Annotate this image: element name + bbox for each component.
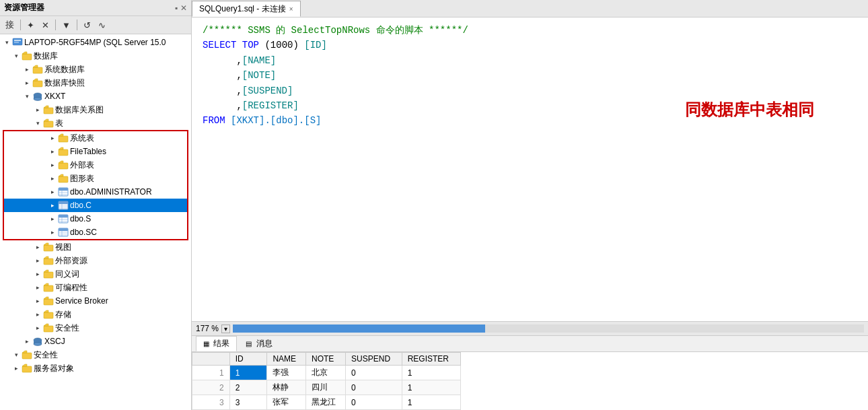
dbo-sc-node[interactable]: ▸ dbo.SC [4, 226, 187, 239]
expand-xkxt-security[interactable]: ▸ [32, 322, 43, 333]
ext-resources-node[interactable]: ▸ 外部资源 [0, 254, 191, 267]
expand-service-broker[interactable]: ▸ [32, 296, 43, 306]
expand-xkxt[interactable]: ▾ [22, 91, 32, 102]
expand-ext-tables[interactable]: ▸ [47, 160, 58, 170]
ext-resources-folder-icon [43, 256, 54, 265]
query-tab-1[interactable]: SQLQuery1.sql - 未连接 × [192, 1, 301, 17]
ext-tables-node[interactable]: ▸ 外部表 [4, 158, 187, 172]
file-tables-label: FileTables [70, 147, 106, 156]
xscj-db-icon [32, 337, 43, 346]
new-query-button[interactable]: ✦ [24, 19, 37, 32]
xkxt-security-node[interactable]: ▸ 安全性 [0, 321, 191, 335]
file-tables-node[interactable]: ▸ FileTables [4, 145, 187, 158]
dbo-s-node[interactable]: ▸ dbo.S [4, 212, 187, 226]
table-icon-s [58, 214, 69, 224]
svg-rect-40 [44, 259, 53, 265]
views-folder-icon [43, 242, 54, 252]
activity-button[interactable]: ∿ [96, 19, 108, 32]
expand-file-tables[interactable]: ▸ [47, 146, 58, 157]
expand-views[interactable]: ▸ [32, 242, 43, 252]
db-diagrams-node[interactable]: ▸ 数据库关系图 [0, 103, 191, 116]
sys-dbs-node[interactable]: ▸ 系统数据库 [0, 63, 191, 76]
query-tab-close-btn[interactable]: × [289, 5, 293, 13]
close-panel-icon[interactable]: ✕ [180, 3, 187, 13]
databases-node[interactable]: ▾ 数据库 [0, 49, 191, 63]
keyword-from: FROM [203, 115, 231, 126]
expand-server-objects[interactable]: ▸ [11, 363, 22, 374]
annotation-text: 同数据库中表相同 [685, 98, 814, 124]
row-3-num: 3 [192, 395, 230, 410]
table-icon-sc [58, 228, 69, 237]
expand-dbo-admin[interactable]: ▸ [47, 186, 58, 197]
tables-node[interactable]: ▾ 表 [0, 116, 191, 130]
expand-databases[interactable]: ▾ [11, 50, 22, 61]
svg-rect-11 [59, 136, 68, 142]
zoom-dropdown-btn[interactable]: ▾ [221, 324, 230, 333]
expand-storage[interactable]: ▸ [32, 309, 43, 320]
col-note: NOTE [306, 353, 346, 366]
server-security-node[interactable]: ▾ 安全性 [0, 348, 191, 362]
graph-tables-node[interactable]: ▸ 图形表 [4, 172, 187, 185]
expand-graph-tables[interactable]: ▸ [47, 173, 58, 184]
pin-icon[interactable]: ▪ [175, 3, 178, 13]
filter-button[interactable]: ▼ [59, 19, 73, 32]
delete-button[interactable]: ✕ [39, 19, 52, 32]
synonyms-folder-icon [43, 269, 54, 279]
results-tab-results[interactable]: ▦ 结果 [196, 336, 237, 351]
expand-tables[interactable]: ▾ [32, 118, 43, 129]
server-objects-node[interactable]: ▸ 服务器对象 [0, 362, 191, 375]
expand-db-diagrams[interactable]: ▸ [32, 104, 43, 115]
expand-dbo-s[interactable]: ▸ [47, 213, 58, 224]
row-1-note: 北京 [306, 366, 346, 380]
refresh-button[interactable]: ↺ [81, 19, 94, 32]
results-tab-label: 结果 [213, 339, 229, 348]
sys-tables-node[interactable]: ▸ 系统表 [4, 131, 187, 145]
sys-tables-label: 系统表 [70, 133, 94, 144]
server-node[interactable]: ▾ LAPTOP-5RGF54MP (SQL Server 15.0 [0, 36, 191, 49]
query-tabbar: SQLQuery1.sql - 未连接 × [192, 0, 868, 18]
db-diagrams-label: 数据库关系图 [55, 104, 104, 116]
expand-programmability[interactable]: ▸ [32, 282, 43, 293]
dbo-c-node[interactable]: ▸ dbo.C [4, 199, 187, 212]
xkxt-node[interactable]: ▾ XKXT [0, 90, 191, 103]
server-security-folder-icon [22, 350, 32, 360]
expand-dbo-c[interactable]: ▸ [47, 200, 58, 211]
server-security-label: 安全性 [34, 349, 58, 361]
expand-db-snapshots[interactable]: ▸ [22, 77, 32, 88]
expand-synonyms[interactable]: ▸ [32, 269, 43, 279]
expand-xscj[interactable]: ▸ [22, 336, 32, 347]
table-ref: [XKXT].[dbo].[S] [231, 115, 321, 126]
table-row: 1 1 李强 北京 0 1 [192, 366, 461, 380]
xscj-node[interactable]: ▸ XSCJ [0, 335, 191, 348]
expand-sys-tables[interactable]: ▸ [47, 133, 58, 143]
db-snapshots-node[interactable]: ▸ 数据库快照 [0, 76, 191, 90]
service-broker-node[interactable]: ▸ Service Broker [0, 294, 191, 308]
dbo-administrator-node[interactable]: ▸ dbo.ADMINISTRATOR [4, 185, 187, 199]
svg-rect-2 [14, 42, 19, 43]
expand-dbo-sc[interactable]: ▸ [47, 227, 58, 238]
synonyms-label: 同义词 [55, 269, 79, 280]
server-label: LAPTOP-5RGF54MP (SQL Server 15.0 [24, 38, 166, 47]
expand-server-security[interactable]: ▾ [11, 349, 22, 360]
keyword-select: SELECT TOP [203, 40, 264, 50]
storage-node[interactable]: ▸ 存储 [0, 308, 191, 321]
code-editor[interactable]: /****** SSMS 的 SelectTopNRows 命令的脚本 ****… [192, 18, 868, 321]
field-id: [ID] [304, 40, 327, 50]
expand-server[interactable]: ▾ [1, 37, 12, 48]
red-highlight-box: ▸ 系统表 ▸ FileTables ▸ 外部表 [3, 130, 188, 240]
results-tab-messages[interactable]: ▤ 消息 [238, 336, 279, 351]
row-2-num: 2 [192, 380, 230, 395]
ext-tables-label: 外部表 [70, 160, 94, 171]
connect-button[interactable]: 接 [3, 18, 17, 32]
expand-ext-resources[interactable]: ▸ [32, 255, 43, 266]
dbo-s-label: dbo.S [70, 214, 91, 224]
object-explorer-panel: 资源管理器 ▪ ✕ 接 ✦ ✕ ▼ ↺ ∿ [0, 0, 192, 410]
programmability-node[interactable]: ▸ 可编程性 [0, 281, 191, 294]
svg-rect-4 [33, 67, 42, 73]
views-node[interactable]: ▸ 视图 [0, 240, 191, 254]
zoom-value: 177 % [196, 324, 219, 333]
svg-point-8 [34, 98, 42, 101]
expand-sys-dbs[interactable]: ▸ [22, 64, 32, 75]
table-row: 2 2 林静 四川 0 1 [192, 380, 461, 395]
synonyms-node[interactable]: ▸ 同义词 [0, 267, 191, 281]
